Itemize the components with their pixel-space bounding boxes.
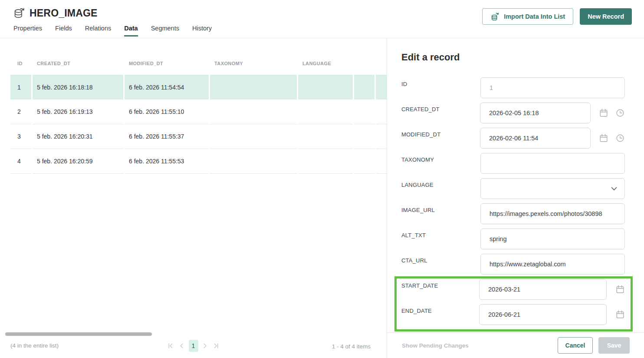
- field-label-created-dt: CREATED_DT: [401, 103, 480, 123]
- cell-extra-2: [376, 124, 387, 149]
- field-label-taxonomy: TAXONOMY: [401, 153, 480, 174]
- new-record-button[interactable]: New Record: [580, 8, 632, 25]
- created-dt-input[interactable]: [480, 103, 591, 123]
- list-count-text: (4 in the entire list): [10, 342, 59, 349]
- start-date-input[interactable]: [479, 279, 607, 300]
- clock-icon[interactable]: [615, 133, 625, 143]
- field-row-created-dt: CREATED_DT: [401, 103, 625, 123]
- cell-language: [298, 99, 353, 124]
- records-table: ID CREATED_DT MODIFIED_DT TAXONOMY LANGU…: [10, 38, 387, 174]
- previous-page-button[interactable]: [177, 340, 186, 352]
- table-row[interactable]: 1 5 feb. 2026 16:18:18 6 feb. 2026 11:54…: [10, 75, 387, 99]
- cell-taxonomy: [210, 124, 297, 149]
- cell-id: 3: [10, 124, 31, 149]
- horizontal-scrollbar[interactable]: [5, 332, 152, 336]
- field-row-alt-txt: ALT_TXT: [401, 229, 625, 249]
- cell-taxonomy: [210, 149, 297, 174]
- cell-id: 4: [10, 149, 31, 174]
- table-row[interactable]: 4 5 feb. 2026 16:20:59 6 feb. 2026 11:55…: [10, 149, 387, 174]
- save-button[interactable]: Save: [598, 337, 630, 354]
- field-row-taxonomy: TAXONOMY: [401, 153, 625, 174]
- chevron-down-icon[interactable]: [609, 184, 619, 193]
- id-input[interactable]: [480, 77, 625, 98]
- language-select[interactable]: [480, 178, 625, 199]
- cta-url-input[interactable]: [480, 254, 625, 275]
- column-header-created-dt: CREATED_DT: [33, 61, 123, 66]
- field-row-modified-dt: MODIFIED_DT: [401, 128, 625, 149]
- table-row[interactable]: 2 5 feb. 2026 16:19:13 6 feb. 2026 11:55…: [10, 99, 387, 124]
- field-row-cta-url: CTA_URL: [401, 254, 625, 275]
- cell-modified-dt: 6 feb. 2026 11:55:53: [125, 149, 209, 174]
- cell-language: [298, 124, 353, 149]
- import-data-button[interactable]: Import Data Into List: [482, 8, 573, 25]
- cell-modified-dt: 6 feb. 2026 11:54:54: [125, 75, 209, 99]
- field-row-id: ID: [401, 77, 625, 98]
- field-label-id: ID: [401, 77, 480, 98]
- calendar-icon[interactable]: [615, 310, 625, 319]
- tab-segments[interactable]: Segments: [151, 25, 179, 36]
- taxonomy-input[interactable]: [480, 153, 625, 174]
- cell-created-dt: 5 feb. 2026 16:18:18: [33, 75, 123, 99]
- calendar-icon[interactable]: [599, 133, 608, 143]
- cell-id: 2: [10, 99, 31, 124]
- cell-language: [298, 75, 353, 99]
- next-page-button[interactable]: [201, 340, 210, 352]
- table-row[interactable]: 3 5 feb. 2026 16:20:31 6 feb. 2026 11:55…: [10, 124, 387, 149]
- language-select-input[interactable]: [480, 178, 625, 199]
- alt-txt-input[interactable]: [480, 229, 625, 249]
- image-url-input[interactable]: [480, 203, 625, 224]
- cell-created-dt: 5 feb. 2026 16:19:13: [33, 99, 123, 124]
- cell-modified-dt: 6 feb. 2026 11:55:10: [125, 99, 209, 124]
- clock-icon[interactable]: [615, 108, 625, 118]
- calendar-icon[interactable]: [615, 285, 625, 294]
- column-header-language: LANGUAGE: [298, 61, 353, 66]
- tab-data[interactable]: Data: [124, 25, 138, 36]
- cell-taxonomy: [210, 99, 297, 124]
- last-page-button[interactable]: [212, 340, 221, 352]
- cell-extra-1: [354, 99, 375, 124]
- data-list-panel: ID CREATED_DT MODIFIED_DT TAXONOMY LANGU…: [0, 38, 387, 358]
- cell-extra-2: [376, 99, 387, 124]
- cell-modified-dt: 6 feb. 2026 11:55:37: [125, 124, 209, 149]
- column-header-modified-dt: MODIFIED_DT: [125, 61, 209, 66]
- tab-relations[interactable]: Relations: [85, 25, 111, 36]
- field-label-alt-txt: ALT_TXT: [401, 229, 480, 249]
- field-label-image-url: IMAGE_URL: [401, 203, 480, 224]
- table-footer: (4 in the entire list) 1: [0, 338, 387, 358]
- tab-history[interactable]: History: [192, 25, 212, 36]
- panel-title: Edit a record: [401, 51, 625, 63]
- import-data-label: Import Data Into List: [504, 13, 565, 20]
- show-pending-changes-link[interactable]: Show Pending Changes: [402, 342, 469, 349]
- field-label-end-date: END_DATE: [401, 304, 479, 325]
- field-row-end-date: END_DATE: [401, 304, 625, 325]
- first-page-button[interactable]: [166, 340, 175, 352]
- edit-record-panel: Edit a record ID CREATED_DT: [387, 38, 644, 358]
- cell-language: [298, 149, 353, 174]
- field-row-language: LANGUAGE: [401, 178, 625, 199]
- main-content: ID CREATED_DT MODIFIED_DT TAXONOMY LANGU…: [0, 38, 644, 358]
- database-sync-icon: [13, 7, 25, 20]
- cell-created-dt: 5 feb. 2026 16:20:31: [33, 124, 123, 149]
- app-header: HERO_IMAGE Properties Fields Relations D…: [0, 0, 644, 38]
- cell-taxonomy: [210, 75, 297, 99]
- cell-extra-1: [354, 75, 375, 99]
- page-title: HERO_IMAGE: [30, 7, 98, 19]
- table-header-row: ID CREATED_DT MODIFIED_DT TAXONOMY LANGU…: [10, 38, 387, 75]
- field-label-start-date: START_DATE: [401, 279, 479, 300]
- field-label-language: LANGUAGE: [401, 178, 480, 199]
- modified-dt-input[interactable]: [480, 128, 591, 149]
- items-range-text: 1 - 4 of 4 items: [332, 343, 371, 350]
- database-import-icon: [490, 12, 499, 21]
- cancel-button[interactable]: Cancel: [558, 337, 593, 354]
- current-page-indicator[interactable]: 1: [189, 340, 198, 352]
- pagination: 1: [166, 340, 221, 352]
- calendar-icon[interactable]: [599, 108, 608, 118]
- tab-properties[interactable]: Properties: [13, 25, 42, 36]
- panel-action-bar: Show Pending Changes Cancel Save: [387, 332, 644, 358]
- end-date-input[interactable]: [479, 304, 607, 325]
- cell-extra-2: [376, 75, 387, 99]
- field-label-modified-dt: MODIFIED_DT: [401, 128, 480, 149]
- tab-fields[interactable]: Fields: [55, 25, 72, 36]
- field-row-image-url: IMAGE_URL: [401, 203, 625, 224]
- edit-record-form: Edit a record ID CREATED_DT: [387, 38, 644, 325]
